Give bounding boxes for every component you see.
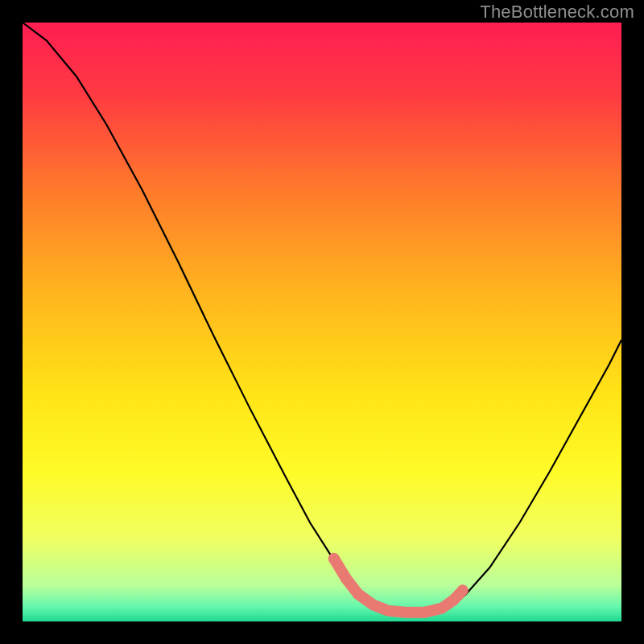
chart-background (23, 23, 621, 621)
watermark-label: TheBottleneck.com (480, 2, 634, 23)
optimal-marker-dot (328, 553, 340, 564)
chart-plot-area (23, 23, 621, 621)
optimal-marker-dot (341, 572, 352, 584)
chart-svg (23, 23, 621, 621)
optimal-marker-dot (353, 588, 364, 600)
chart-frame: TheBottleneck.com (0, 0, 644, 644)
